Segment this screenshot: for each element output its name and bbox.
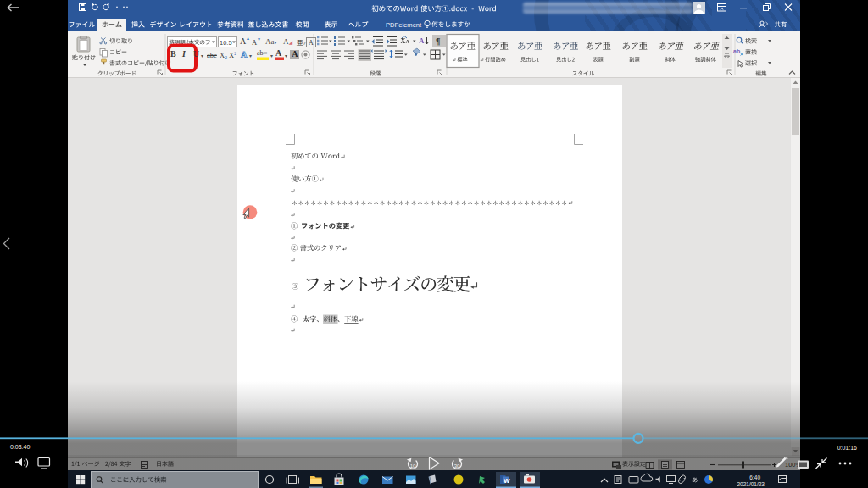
svg-text:2021/01/23: 2021/01/23 <box>737 481 765 487</box>
svg-text:30: 30 <box>454 463 460 469</box>
svg-text:W: W <box>504 477 510 485</box>
svg-text:6:40: 6:40 <box>749 474 760 480</box>
svg-text:0:01:16: 0:01:16 <box>837 445 857 451</box>
svg-text:0:03:40: 0:03:40 <box>10 444 30 450</box>
svg-text:10: 10 <box>410 463 416 469</box>
